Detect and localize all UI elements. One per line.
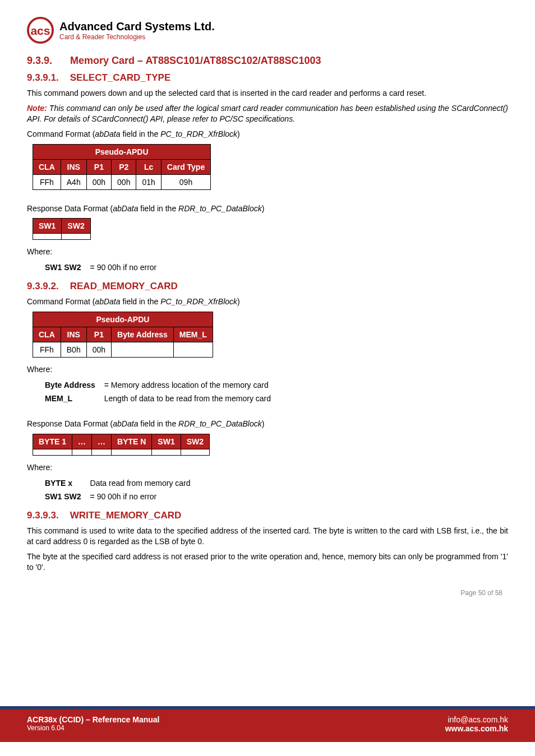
footer-email: info@acs.com.hk [445, 715, 508, 724]
svg-text:acs: acs [30, 24, 50, 37]
write-description-2: The byte at the specified card address i… [27, 551, 508, 573]
col-header: P1 [86, 159, 111, 174]
def-term: SW1 SW2 [40, 490, 86, 503]
where-label: Where: [27, 364, 508, 375]
def-desc: = 90 00h if no error [86, 490, 195, 503]
header-text: Advanced Card Systems Ltd. Card & Reader… [59, 20, 215, 41]
def-term: MEM_L [40, 392, 100, 405]
definition-list: SW1 SW2 = 90 00h if no error [40, 261, 161, 274]
col-header: MEM_L [173, 327, 213, 342]
section-number: 9.3.9.3. [27, 510, 67, 521]
footer-site: www.acs.com.hk [445, 724, 508, 733]
def-term: SW1 SW2 [40, 261, 86, 274]
response-table-2: BYTE 1 … … BYTE N SW1 SW2 [33, 434, 210, 456]
section-title: SELECT_CARD_TYPE [70, 72, 170, 83]
response-format-label: Response Data Format (abData field in th… [27, 203, 508, 214]
section-title: Memory Card – AT88SC101/AT88SC102/AT88SC… [70, 55, 321, 66]
definition-list: BYTE x Data read from memory card SW1 SW… [40, 476, 195, 503]
company-logo-icon: acs [27, 17, 54, 44]
response-format-label: Response Data Format (abData field in th… [27, 419, 508, 429]
command-format-label: Command Format (abData field in the PC_t… [27, 129, 508, 140]
section-9391-heading: 9.3.9.1. SELECT_CARD_TYPE [27, 72, 508, 84]
pseudo-apdu-table-2: Pseudo-APDU CLA INS P1 Byte Address MEM_… [33, 312, 213, 358]
col-header: P2 [112, 159, 136, 174]
select-description: This command powers down and up the sele… [27, 88, 508, 99]
definition-row: BYTE x Data read from memory card [40, 476, 195, 490]
section-number: 9.3.9. [27, 55, 67, 67]
response-table-1: SW1 SW2 [33, 218, 91, 240]
col-header: … [72, 434, 92, 449]
note-label: Note: [27, 104, 47, 113]
section-number: 9.3.9.1. [27, 72, 67, 84]
table-row: FFh B0h 00h [33, 342, 213, 358]
col-header: SW2 [181, 434, 209, 449]
page-number: Page 50 of 58 [27, 589, 508, 597]
where-label: Where: [27, 462, 508, 473]
note-body: This command can only be used after the … [27, 104, 508, 123]
col-header: Lc [136, 159, 161, 174]
col-header: … [92, 434, 112, 449]
table-title: Pseudo-APDU [33, 144, 211, 159]
def-desc: Length of data to be read from the memor… [100, 392, 275, 405]
col-header: Byte Address [112, 327, 174, 342]
def-desc: Data read from memory card [86, 476, 195, 490]
footer-left: ACR38x (CCID) – Reference Manual Version… [27, 715, 160, 733]
col-header: CLA [33, 327, 61, 342]
section-title: READ_MEMORY_CARD [70, 281, 178, 291]
company-subtitle: Card & Reader Technologies [59, 33, 215, 41]
section-9393-heading: 9.3.9.3. WRITE_MEMORY_CARD [27, 510, 508, 521]
definition-row: SW1 SW2 = 90 00h if no error [40, 490, 195, 503]
footer-doc-title: ACR38x (CCID) – Reference Manual [27, 715, 160, 724]
section-number: 9.3.9.2. [27, 281, 67, 292]
def-term: BYTE x [40, 476, 86, 490]
col-header: BYTE N [112, 434, 152, 449]
document-footer: ACR38x (CCID) – Reference Manual Version… [0, 706, 535, 742]
table-row [33, 234, 91, 240]
col-header: SW2 [62, 219, 90, 234]
pseudo-apdu-table-1: Pseudo-APDU CLA INS P1 P2 Lc Card Type F… [33, 144, 211, 190]
col-header: SW1 [152, 434, 181, 449]
col-header: SW1 [33, 219, 62, 234]
document-header: acs Advanced Card Systems Ltd. Card & Re… [27, 17, 508, 44]
col-header: INS [61, 159, 86, 174]
document-body: 9.3.9. Memory Card – AT88SC101/AT88SC102… [27, 55, 508, 572]
def-desc: = Memory address location of the memory … [100, 378, 275, 392]
definition-list: Byte Address = Memory address location o… [40, 378, 275, 405]
section-title: WRITE_MEMORY_CARD [70, 510, 182, 521]
footer-right: info@acs.com.hk www.acs.com.hk [445, 715, 508, 733]
note-paragraph: Note: This command can only be used afte… [27, 103, 508, 124]
section-939-heading: 9.3.9. Memory Card – AT88SC101/AT88SC102… [27, 55, 508, 67]
col-header: Card Type [161, 159, 210, 174]
col-header: BYTE 1 [33, 434, 72, 449]
col-header: CLA [33, 159, 61, 174]
table-title: Pseudo-APDU [33, 312, 213, 327]
table-row [33, 449, 210, 456]
footer-version: Version 6.04 [27, 724, 160, 732]
company-name: Advanced Card Systems Ltd. [59, 20, 215, 33]
def-term: Byte Address [40, 378, 100, 392]
definition-row: SW1 SW2 = 90 00h if no error [40, 261, 161, 274]
definition-row: MEM_L Length of data to be read from the… [40, 392, 275, 405]
col-header: P1 [86, 327, 111, 342]
where-label: Where: [27, 247, 508, 257]
section-9392-heading: 9.3.9.2. READ_MEMORY_CARD [27, 281, 508, 292]
def-desc: = 90 00h if no error [86, 261, 162, 274]
command-format-label: Command Format (abData field in the PC_t… [27, 296, 508, 307]
table-row: FFh A4h 00h 00h 01h 09h [33, 174, 211, 189]
write-description-1: This command is used to write data to th… [27, 526, 508, 547]
col-header: INS [61, 327, 86, 342]
definition-row: Byte Address = Memory address location o… [40, 378, 275, 392]
